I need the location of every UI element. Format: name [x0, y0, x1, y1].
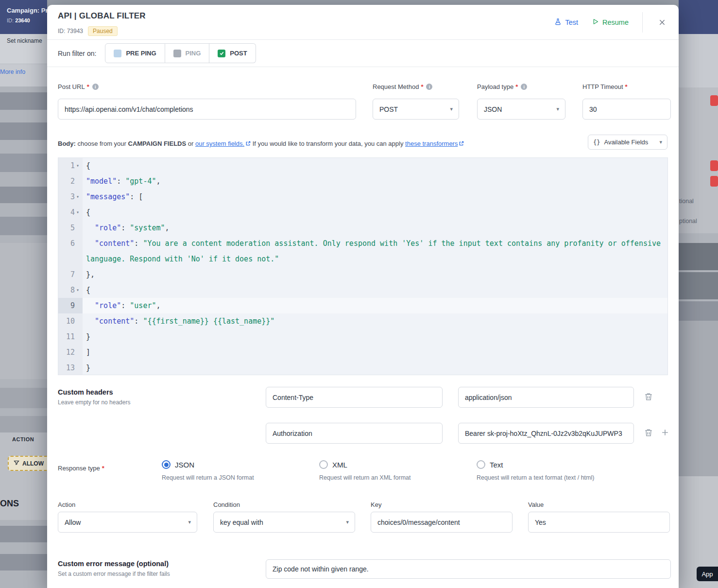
run-filter-ping[interactable]: PING — [165, 43, 210, 63]
api-global-filter-modal: API | GLOBAL FILTER ID: 73943 Paused Tes… — [47, 5, 679, 588]
code-line[interactable]: 10 "content": "{{first_name}} {{last_nam… — [58, 313, 667, 329]
modal-title: API | GLOBAL FILTER — [58, 11, 146, 21]
key-label: Key — [371, 501, 513, 508]
background-panel — [0, 243, 47, 379]
request-method-select[interactable]: POST ▾ — [373, 99, 459, 120]
funnel-icon — [14, 460, 19, 467]
line-number-gutter: 13 — [58, 360, 83, 375]
code-line[interactable]: 1▾{ — [58, 158, 667, 173]
response-type-text[interactable]: Text Request will return a text format (… — [477, 460, 594, 481]
body-help-text: Body: choose from your CAMPAIGN FIELDS o… — [58, 140, 582, 148]
response-type-label: Response type* — [58, 465, 104, 472]
resume-button[interactable]: Resume — [592, 18, 629, 27]
background-row — [0, 92, 47, 110]
trash-icon[interactable] — [644, 428, 653, 437]
code-line[interactable]: 5 "role": "system", — [58, 220, 667, 236]
value-label: Value — [528, 501, 670, 508]
action-select[interactable]: Allow ▾ — [58, 512, 197, 533]
fold-arrow-icon[interactable]: ▾ — [75, 282, 81, 298]
allow-filter-chip[interactable]: ALLOW — [8, 456, 47, 471]
background-navbar — [679, 0, 718, 34]
background-navbar — [0, 0, 47, 34]
line-number-gutter: 2 — [58, 173, 83, 189]
code-line[interactable]: 8▾{ — [58, 282, 667, 298]
code-line[interactable]: 7}, — [58, 267, 667, 282]
fold-arrow-icon[interactable]: ▾ — [75, 205, 81, 220]
response-type-json[interactable]: JSON Request will return a JSON format — [162, 460, 254, 481]
line-number-gutter: 9 — [58, 298, 83, 313]
run-filter-label: Run filter on: — [58, 50, 96, 57]
system-fields-link[interactable]: our system fields. — [195, 140, 244, 147]
code-line[interactable]: 9 "role": "user", — [58, 298, 667, 313]
fold-spacer — [75, 329, 81, 345]
background-row — [0, 526, 47, 542]
close-icon[interactable] — [656, 17, 668, 28]
fold-spacer — [75, 298, 81, 313]
code-line[interactable]: 4▾{ — [58, 205, 667, 220]
fold-arrow-icon[interactable]: ▾ — [75, 158, 81, 173]
code-line[interactable]: 12] — [58, 345, 667, 360]
run-filter-bar: Run filter on: PRE PING PING POST — [47, 40, 679, 67]
modal-header: API | GLOBAL FILTER ID: 73943 Paused Tes… — [47, 5, 679, 40]
code-line[interactable]: 2"model": "gpt-4", — [58, 173, 667, 189]
fold-arrow-icon[interactable]: ▾ — [75, 189, 81, 205]
fold-spacer — [75, 236, 81, 267]
info-icon[interactable]: i — [426, 84, 432, 90]
test-button[interactable]: Test — [554, 18, 578, 27]
available-fields-button[interactable]: {} Available Fields ▾ — [588, 135, 667, 150]
more-info-link[interactable]: More info — [0, 69, 25, 75]
header-divider — [642, 12, 643, 33]
payload-type-select[interactable]: JSON ▾ — [477, 99, 565, 120]
play-icon — [592, 18, 599, 27]
fold-spacer — [75, 313, 81, 329]
header-key-input[interactable] — [266, 423, 443, 444]
code-line[interactable]: 3▾"messages": [ — [58, 189, 667, 205]
header-value-input[interactable] — [458, 423, 634, 444]
body-code-editor[interactable]: 1▾{2"model": "gpt-4",3▾"messages": [4▾{5… — [58, 157, 668, 375]
external-link-icon — [459, 140, 464, 148]
background-row — [0, 64, 47, 86]
condition-select[interactable]: key equal with ▾ — [213, 512, 355, 533]
response-type-xml[interactable]: XML Request will return an XML format — [319, 460, 411, 481]
chevron-down-icon: ▾ — [556, 106, 559, 112]
error-badge — [710, 160, 718, 171]
line-number-gutter: 7 — [58, 267, 83, 282]
info-icon[interactable]: i — [92, 84, 99, 90]
radio-icon[interactable] — [319, 460, 328, 469]
campaign-title: Campaign: Pr — [7, 7, 47, 14]
apply-button-fragment[interactable]: App — [697, 567, 718, 581]
radio-icon[interactable] — [477, 460, 485, 469]
checkbox-disabled-icon — [173, 50, 181, 57]
info-icon[interactable]: i — [521, 84, 527, 90]
line-number-gutter: 11 — [58, 329, 83, 345]
background-row — [0, 388, 47, 408]
value-input[interactable] — [528, 512, 670, 533]
add-header-icon[interactable] — [660, 428, 670, 437]
header-key-input[interactable] — [266, 387, 443, 408]
code-line[interactable]: 13} — [58, 360, 667, 375]
run-filter-pre-ping[interactable]: PRE PING — [105, 43, 165, 63]
background-row — [679, 272, 718, 299]
transformers-link[interactable]: these transformers — [405, 140, 458, 147]
header-value-input[interactable] — [458, 387, 634, 408]
action-label: Action — [58, 501, 197, 508]
post-url-input[interactable] — [58, 99, 356, 120]
set-nickname-link[interactable]: Set nickname — [7, 37, 42, 44]
optional-label-fragment: tional — [679, 198, 694, 205]
radio-selected-icon[interactable] — [162, 460, 171, 469]
run-filter-post[interactable]: POST — [209, 43, 256, 63]
code-line[interactable]: 6 "content": "You are a content moderati… — [58, 236, 667, 267]
http-timeout-input[interactable] — [582, 99, 671, 120]
http-timeout-label: HTTP Timeout* — [582, 83, 671, 90]
trash-icon[interactable] — [644, 392, 653, 401]
optional-label-fragment: ptional — [679, 218, 697, 225]
chevron-down-icon: ▾ — [188, 519, 191, 525]
flask-icon — [554, 18, 562, 27]
custom-error-input[interactable] — [266, 559, 671, 579]
background-row — [679, 34, 718, 87]
key-input[interactable] — [371, 512, 513, 533]
code-line[interactable]: 11} — [58, 329, 667, 345]
chevron-down-icon: ▾ — [346, 519, 349, 525]
code-editor-lines: 1▾{2"model": "gpt-4",3▾"messages": [4▾{5… — [58, 158, 667, 375]
line-number-gutter: 5 — [58, 220, 83, 236]
